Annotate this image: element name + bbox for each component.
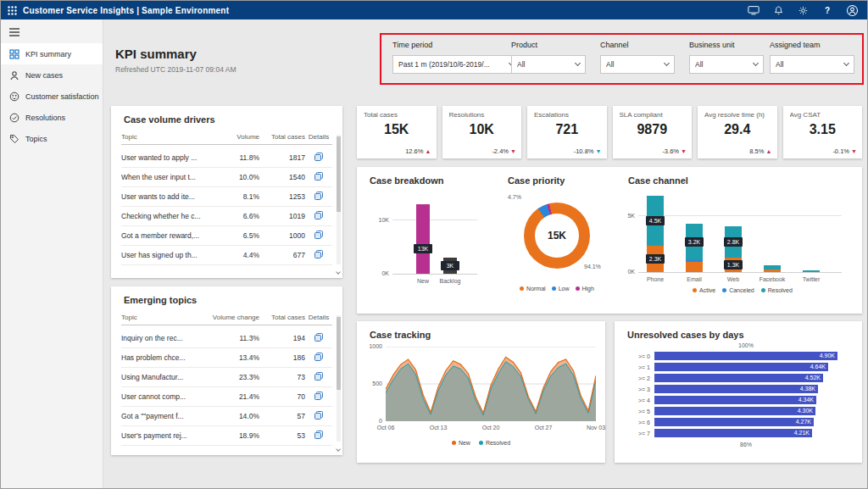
help-icon[interactable]: ? <box>821 3 834 17</box>
sidebar-item-new-cases[interactable]: New cases <box>1 64 103 86</box>
details-link-icon[interactable] <box>305 333 332 343</box>
case-priority-legend: NormalLowHigh <box>484 286 630 292</box>
column-header-topic[interactable]: Topic <box>121 314 209 321</box>
gear-icon[interactable] <box>796 3 810 17</box>
y-axis-label: 0 <box>364 418 382 424</box>
bar[interactable]: 4.30K <box>654 407 815 415</box>
bar-row: >= 44.34K <box>625 396 837 404</box>
details-link-icon[interactable] <box>305 411 332 421</box>
legend-item[interactable]: Active <box>693 287 715 293</box>
kpi-delta: 8.5% ▲ <box>749 147 771 155</box>
vertical-scrollbar[interactable] <box>337 315 341 442</box>
details-link-icon[interactable] <box>305 372 332 382</box>
case-tracking-area-chart[interactable] <box>386 347 596 421</box>
business-unit-dropdown[interactable]: All <box>689 55 764 74</box>
bar[interactable]: 4.21K <box>654 429 812 437</box>
bar[interactable]: 4.64K <box>654 363 828 371</box>
scroll-down-icon[interactable] <box>336 447 341 452</box>
details-link-icon[interactable] <box>305 392 332 402</box>
waffle-icon[interactable] <box>1 1 23 19</box>
details-link-icon[interactable] <box>305 172 332 182</box>
sidebar-item-topics[interactable]: Topics <box>1 128 103 149</box>
bar-row: >= 14.64K <box>625 363 837 371</box>
scroll-down-icon[interactable] <box>336 270 341 275</box>
legend-item[interactable]: Resolved <box>761 287 793 293</box>
case-priority-donut[interactable]: 15K <box>524 203 590 269</box>
kpi-card-escalations[interactable]: Escalations 721 -10.8% ▼ <box>527 106 607 158</box>
cast-screen-icon[interactable] <box>747 3 760 17</box>
details-link-icon[interactable] <box>305 431 332 441</box>
column-header-total-cases[interactable]: Total cases <box>259 133 305 141</box>
sidebar-item-kpi-summary[interactable]: KPI summary <box>1 43 103 64</box>
unresolved-cases-card: Unresolved cases by days 100% >= 04.90K>… <box>615 321 862 463</box>
assigned-team-dropdown[interactable]: All <box>770 55 854 74</box>
bar-value-label: 4.5K <box>646 216 665 225</box>
legend-item[interactable]: Normal <box>520 286 546 292</box>
legend-item[interactable]: Resolved <box>479 440 510 446</box>
bar-segment-active[interactable] <box>764 270 781 272</box>
scrollbar-thumb[interactable] <box>337 317 341 390</box>
bar-value-label: 4.30K <box>798 407 813 415</box>
kpi-card-avg-resolve-time[interactable]: Avg resolve time (h) 29.4 8.5% ▲ <box>698 106 777 158</box>
axis-top-label: 100% <box>654 342 837 348</box>
details-link-icon[interactable] <box>305 192 332 202</box>
bell-icon[interactable] <box>771 3 785 17</box>
filters-highlight-annotation: Time period Past 1 m (2019/10/6-2019/...… <box>380 33 864 85</box>
dropdown-value: Past 1 m (2019/10/6-2019/... <box>398 60 506 69</box>
kpi-card-avg-csat[interactable]: Avg CSAT 3.15 -0.1% ▼ <box>783 106 863 158</box>
cell-total-cases: 1253 <box>259 192 305 201</box>
details-link-icon[interactable] <box>305 153 332 163</box>
bar-segment-resolved[interactable] <box>803 270 820 272</box>
details-link-icon[interactable] <box>305 353 332 363</box>
cell-total-cases: 186 <box>259 353 305 362</box>
cell-volume: 13.4% <box>209 353 259 362</box>
bar[interactable]: 4.52K <box>654 374 823 382</box>
kpi-value: 3.15 <box>783 122 863 137</box>
vertical-scrollbar[interactable] <box>337 135 341 264</box>
category-label: >= 6 <box>625 420 650 425</box>
details-link-icon[interactable] <box>305 231 332 241</box>
kpi-card-total-cases[interactable]: Total cases 15K 12.6% ▲ <box>357 106 437 158</box>
product-dropdown[interactable]: All <box>511 55 586 74</box>
bar[interactable]: 4.27K <box>654 418 814 426</box>
bar[interactable]: 4.38K <box>654 385 818 393</box>
user-avatar-icon[interactable] <box>845 3 859 17</box>
bar-new[interactable] <box>416 204 430 274</box>
details-link-icon[interactable] <box>305 250 332 260</box>
sidebar-item-resolutions[interactable]: Resolutions <box>1 107 103 128</box>
details-link-icon[interactable] <box>305 211 332 221</box>
y-axis-label: 10K <box>370 217 389 223</box>
bar[interactable]: 4.90K <box>654 352 837 360</box>
column-header-volume-change[interactable]: Volume change <box>209 314 259 321</box>
time-period-dropdown[interactable]: Past 1 m (2019/10/6-2019/... <box>392 55 520 74</box>
kpi-card-sla-compliant[interactable]: SLA compliant 9879 -3.6% ▼ <box>613 106 693 158</box>
bar-segment-resolved[interactable] <box>764 265 781 270</box>
category-label: >= 1 <box>625 364 650 370</box>
column-header-total-cases[interactable]: Total cases <box>259 314 305 321</box>
legend-item[interactable]: New <box>452 440 470 446</box>
column-header-details[interactable]: Details <box>305 133 332 141</box>
kpi-card-resolutions[interactable]: Resolutions 10K -2.4% ▼ <box>442 106 522 158</box>
channel-dropdown[interactable]: All <box>600 55 675 74</box>
bar[interactable]: 4.34K <box>654 396 816 404</box>
filter-label: Channel <box>600 41 675 49</box>
hamburger-menu-icon[interactable] <box>1 19 103 36</box>
table-row: User has signed up th...4.4%677 <box>121 246 332 265</box>
table-body: User wanted to apply ...11.8%1817When th… <box>121 148 332 273</box>
sidebar-item-label: Customer satisfaction <box>25 92 99 101</box>
legend-label: Resolved <box>486 440 510 446</box>
legend-item[interactable]: Canceled <box>722 287 754 293</box>
new-cases-icon <box>9 70 19 81</box>
scrollbar-thumb[interactable] <box>337 136 341 212</box>
legend-label: New <box>459 440 470 446</box>
column-header-topic[interactable]: Topic <box>121 133 220 141</box>
sidebar-item-customer-satisfaction[interactable]: Customer satisfaction <box>1 86 103 107</box>
topbar-actions: ? <box>747 3 867 17</box>
bar-segment-active[interactable] <box>686 262 703 272</box>
legend-item[interactable]: High <box>576 286 594 292</box>
case-tracking-legend: NewResolved <box>357 440 605 446</box>
column-header-details[interactable]: Details <box>305 314 332 321</box>
legend-item[interactable]: Low <box>552 286 570 292</box>
column-header-volume[interactable]: Volume <box>220 133 259 141</box>
bar-segment-canceled[interactable] <box>686 259 703 262</box>
